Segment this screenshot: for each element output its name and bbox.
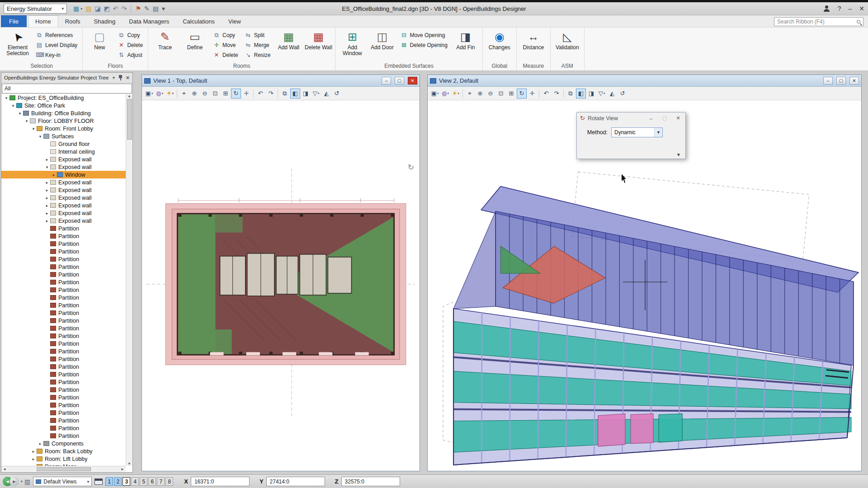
tree-node[interactable]: ▾Exposed wall bbox=[1, 163, 126, 171]
expander-icon[interactable]: ▾ bbox=[24, 119, 30, 123]
expander-icon[interactable]: ▾ bbox=[3, 96, 9, 100]
dialog-titlebar[interactable]: ↻ Rotate View – ▢ ✕ bbox=[577, 113, 685, 124]
pan-view-icon[interactable]: ✛ bbox=[527, 89, 537, 99]
delete-button[interactable]: ✕Delete bbox=[115, 40, 146, 50]
workflow-selector[interactable]: Energy Simulator ▾ bbox=[4, 4, 67, 14]
add-fin-button[interactable]: ◨Add Fin bbox=[451, 28, 480, 62]
window-layout-icon[interactable]: ◧ bbox=[576, 89, 586, 99]
redo-icon[interactable]: ↷ bbox=[122, 5, 127, 12]
tree-filter-input[interactable]: All bbox=[2, 84, 132, 94]
expander-icon[interactable]: ▸ bbox=[37, 441, 43, 446]
pin-icon[interactable] bbox=[118, 75, 123, 81]
validation-button[interactable]: ◺Validation bbox=[553, 28, 582, 62]
tree-node[interactable]: Partition bbox=[1, 347, 126, 355]
expander-icon[interactable]: ▸ bbox=[44, 157, 50, 162]
display-style-icon[interactable]: ◍▾ bbox=[155, 89, 165, 99]
delete-opening-button[interactable]: ⊠Delete Opening bbox=[397, 40, 450, 50]
view-next-icon[interactable]: ↷ bbox=[552, 89, 561, 99]
x-coordinate-field[interactable]: 16371:0 bbox=[191, 477, 250, 486]
expander-icon[interactable]: ▾ bbox=[37, 134, 43, 139]
brightness-icon[interactable]: ☀▾ bbox=[451, 89, 461, 99]
tree-node[interactable]: ▾Building: Office Building bbox=[1, 109, 126, 117]
split-button[interactable]: ⇆Split bbox=[242, 30, 274, 40]
y-coordinate-field[interactable]: 27414:0 bbox=[266, 477, 325, 486]
view2-titlebar[interactable]: View 2, Default – ▢ ✕ bbox=[428, 75, 861, 87]
delete-wall-button[interactable]: ▦Delete Wall bbox=[304, 28, 333, 62]
scroll-up-icon[interactable]: ▲ bbox=[127, 94, 131, 98]
tree-node[interactable]: Partition bbox=[1, 301, 126, 309]
expander-icon[interactable]: ▸ bbox=[30, 449, 37, 454]
tree-node[interactable]: ▾Floor: LOBBY FLOOR bbox=[1, 117, 126, 125]
tree-node[interactable]: Partition bbox=[1, 309, 126, 317]
tab-home[interactable]: Home bbox=[28, 15, 58, 27]
plot-device-icon[interactable]: ▥ bbox=[24, 478, 30, 485]
scroll-left-icon[interactable]: ◄ bbox=[3, 467, 6, 471]
tree-node[interactable]: Partition bbox=[1, 371, 126, 378]
tree-node[interactable]: ▸Exposed wall bbox=[1, 155, 126, 163]
expander-icon[interactable]: ▸ bbox=[44, 203, 50, 208]
vertical-scrollbar[interactable]: ▲ ▼ bbox=[126, 94, 132, 466]
pan-view-icon[interactable]: ✛ bbox=[241, 89, 251, 99]
view-preset-dropdown[interactable]: Default Views ▾ bbox=[33, 477, 92, 486]
view-toggle-5[interactable]: 5 bbox=[140, 477, 147, 486]
level-display-button[interactable]: ▤Level Display bbox=[33, 40, 80, 50]
tree-node[interactable]: Partition bbox=[1, 363, 126, 371]
tree-node[interactable]: ▸Room: Lift Lobby bbox=[1, 455, 126, 463]
resize-button[interactable]: ↘Resize bbox=[242, 50, 274, 60]
new-button[interactable]: ▢New bbox=[85, 28, 114, 62]
tab-view[interactable]: View bbox=[222, 15, 248, 27]
display-style-icon[interactable]: ◍▾ bbox=[440, 89, 450, 99]
tree-node[interactable]: ▸Components bbox=[1, 440, 126, 447]
clip-mask-icon[interactable]: ◭ bbox=[607, 89, 617, 99]
tree-node[interactable]: Partition bbox=[1, 332, 126, 340]
rotate-view-icon[interactable]: ↻ bbox=[231, 89, 241, 99]
move-opening-button[interactable]: ⊟Move Opening bbox=[397, 30, 450, 40]
tree-node[interactable]: ▾Site: Office Park bbox=[1, 102, 126, 109]
scroll-right-icon[interactable]: ► bbox=[121, 467, 124, 471]
tab-roofs[interactable]: Roofs bbox=[58, 15, 87, 27]
view-toggle-1[interactable]: 1 bbox=[105, 477, 113, 486]
zoom-in-icon[interactable]: ⊕ bbox=[189, 89, 199, 99]
update-view-icon[interactable]: ↺ bbox=[332, 89, 342, 99]
close-button[interactable]: ✕ bbox=[859, 5, 864, 12]
flag-icon[interactable]: ⚑ bbox=[135, 5, 141, 12]
tree-node[interactable]: ▾Room: Front Lobby bbox=[1, 125, 126, 132]
distance-button[interactable]: ↔Distance bbox=[519, 28, 548, 62]
dialog-expand-icon[interactable]: ▼ bbox=[676, 152, 681, 157]
tab-data-managers[interactable]: Data Managers bbox=[122, 15, 176, 27]
tree-node[interactable]: Partition bbox=[1, 263, 126, 271]
nav-forward-icon[interactable]: ► bbox=[9, 477, 19, 486]
tree-node[interactable]: Partition bbox=[1, 432, 126, 440]
tree-node[interactable]: ▸Exposed wall bbox=[1, 186, 126, 194]
tree-node[interactable]: ▸Exposed wall bbox=[1, 194, 126, 202]
expander-icon[interactable]: ▾ bbox=[44, 165, 50, 169]
view1-canvas[interactable]: ↻ bbox=[142, 100, 420, 471]
tree-node[interactable]: Partition bbox=[1, 271, 126, 278]
tree-node[interactable]: Partition bbox=[1, 232, 126, 240]
window-area-icon[interactable]: ⊡ bbox=[210, 89, 220, 99]
view1-titlebar[interactable]: View 1 - Top, Default – ▢ ✕ bbox=[142, 75, 420, 87]
view-toggle-2[interactable]: 2 bbox=[114, 477, 122, 486]
trace-button[interactable]: ✎Trace bbox=[151, 28, 179, 62]
tree-node[interactable]: ▸Exposed wall bbox=[1, 178, 126, 186]
clip-volume-icon[interactable]: ▽▾ bbox=[311, 89, 321, 99]
horizontal-scrollbar[interactable]: ◄ ► bbox=[1, 466, 126, 472]
expander-icon[interactable]: ▸ bbox=[44, 211, 50, 216]
expander-icon[interactable]: ▸ bbox=[30, 457, 37, 461]
view-toggle-8[interactable]: 8 bbox=[165, 477, 173, 486]
tree-node[interactable]: Partition bbox=[1, 286, 126, 294]
changes-button[interactable]: ◉Changes bbox=[485, 28, 514, 62]
view-maximize-button[interactable]: ▢ bbox=[395, 77, 404, 84]
pen-icon[interactable]: ✎ bbox=[144, 5, 150, 12]
copy-button[interactable]: ⧉Copy bbox=[210, 30, 241, 40]
tree-node[interactable]: Partition bbox=[1, 278, 126, 286]
scroll-down-icon[interactable]: ▼ bbox=[127, 462, 131, 466]
help-button[interactable]: ? bbox=[838, 5, 841, 12]
adjust-button[interactable]: ⇅Adjust bbox=[115, 50, 146, 60]
tree-node[interactable]: Partition bbox=[1, 394, 126, 401]
print-icon[interactable]: ▤ bbox=[153, 5, 159, 12]
tile-windows-icon[interactable]: ◨ bbox=[586, 89, 596, 99]
key-in-button[interactable]: ⌨Key-in bbox=[33, 50, 80, 60]
expander-icon[interactable]: ▸ bbox=[44, 196, 50, 200]
view-minimize-button[interactable]: – bbox=[823, 77, 833, 84]
